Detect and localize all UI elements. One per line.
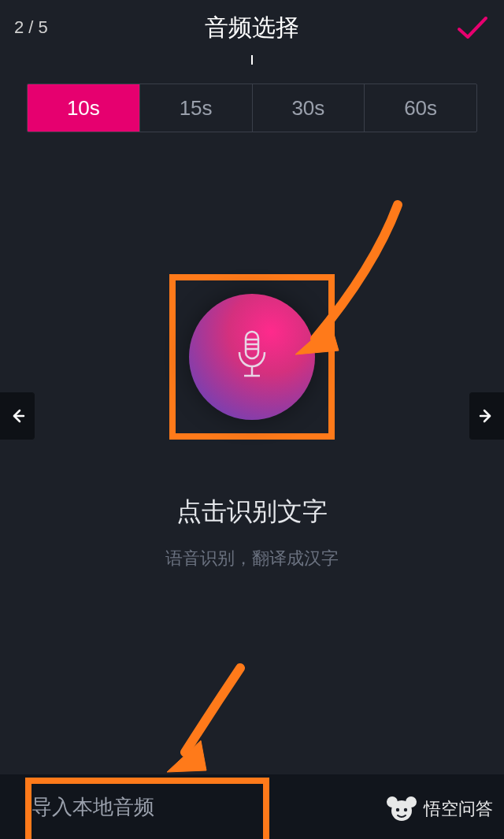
confirm-button[interactable] xyxy=(455,10,490,45)
annotation-highlight-mic xyxy=(169,274,335,440)
duration-tab-15s[interactable]: 15s xyxy=(140,84,253,132)
duration-tab-60s[interactable]: 60s xyxy=(365,84,476,132)
progress-tick xyxy=(251,55,253,65)
svg-point-12 xyxy=(404,808,407,811)
wukong-logo-icon xyxy=(386,793,417,825)
record-button[interactable] xyxy=(189,294,315,420)
svg-marker-7 xyxy=(167,741,206,772)
microphone-icon xyxy=(232,329,272,385)
duration-tab-10s[interactable]: 10s xyxy=(28,84,140,132)
svg-point-10 xyxy=(406,796,417,807)
svg-point-9 xyxy=(387,796,398,807)
import-local-audio-button[interactable]: 导入本地音频 xyxy=(32,793,154,821)
duration-tab-30s[interactable]: 30s xyxy=(253,84,365,132)
watermark-text: 悟空问答 xyxy=(424,797,493,821)
check-icon xyxy=(457,15,488,40)
watermark: 悟空问答 xyxy=(386,793,493,825)
record-title: 点击识别文字 xyxy=(176,495,328,529)
progress-track xyxy=(0,55,504,65)
page-title: 音频选择 xyxy=(205,12,299,44)
duration-tabs: 10s 15s 30s 60s xyxy=(27,84,477,132)
record-subtitle: 语音识别，翻译成汉字 xyxy=(165,547,339,570)
annotation-arrow-2 xyxy=(158,662,260,780)
page-indicator: 2 / 5 xyxy=(14,17,48,38)
svg-point-11 xyxy=(396,808,399,811)
